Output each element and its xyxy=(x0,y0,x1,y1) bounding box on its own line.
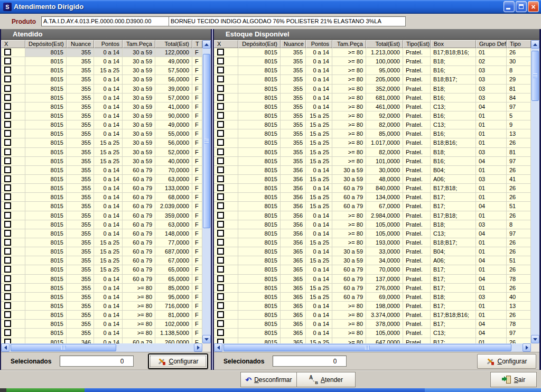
column-header[interactable]: Pontos xyxy=(306,40,332,48)
row-checkbox[interactable] xyxy=(4,230,11,237)
atender-button[interactable]: AB Atender xyxy=(296,372,356,387)
row-checkbox[interactable] xyxy=(4,212,11,219)
table-row[interactable]: 80153550 a 1460 a 7968,0000F xyxy=(1,193,202,202)
table-row[interactable]: 80153650 a 1460 a 79137,0000Pratel.B17;0… xyxy=(214,275,531,284)
row-checkbox[interactable] xyxy=(217,58,224,64)
row-checkbox[interactable] xyxy=(4,103,11,110)
row-checkbox[interactable] xyxy=(4,148,11,155)
atendido-vertical-scrollbar[interactable] xyxy=(202,40,211,343)
table-row[interactable]: 801535515 a 2560 a 7967,0000F xyxy=(1,256,202,265)
row-checkbox[interactable] xyxy=(4,266,11,273)
row-checkbox[interactable] xyxy=(217,329,224,336)
row-checkbox[interactable] xyxy=(4,58,11,64)
column-header[interactable]: Tipo xyxy=(507,40,531,48)
table-row[interactable]: 80153650 a 14>= 803.374,0000Pratel.B17;B… xyxy=(214,311,531,320)
table-row[interactable]: 80153550 a 1460 a 79148,0000F xyxy=(1,229,202,238)
row-checkbox[interactable] xyxy=(4,311,11,318)
table-row[interactable]: 801535615 a 2560 a 7967,0000Pratel.B17;0… xyxy=(214,202,531,211)
table-row[interactable]: 80153550 a 14>= 801.138,5000F xyxy=(1,329,202,338)
row-checkbox[interactable] xyxy=(4,139,11,146)
row-checkbox[interactable] xyxy=(217,311,224,318)
row-checkbox[interactable] xyxy=(217,112,224,119)
table-row[interactable]: 80153550 a 1430 a 59122,0000F xyxy=(1,48,202,57)
estoque-horizontal-scrollbar[interactable] xyxy=(214,343,531,352)
row-checkbox[interactable] xyxy=(4,157,11,164)
table-row[interactable]: 801535515 a 2560 a 7965,0000F xyxy=(1,265,202,274)
row-checkbox[interactable] xyxy=(217,49,224,55)
table-row[interactable]: 801535515 a 25>= 8085,0000Pratel.B16;011… xyxy=(214,129,531,138)
table-row[interactable]: 80153650 a 1460 a 7970,0000Pratel.B17;01… xyxy=(214,265,531,274)
column-header[interactable]: Tipo(Est) xyxy=(403,40,431,48)
row-checkbox[interactable] xyxy=(217,103,224,110)
row-checkbox[interactable] xyxy=(4,85,11,92)
table-row[interactable]: 801535515 a 2530 a 5957,5000F xyxy=(1,66,202,75)
table-row[interactable]: 80153550 a 14>= 8095,0000F xyxy=(1,293,202,302)
row-checkbox[interactable] xyxy=(217,302,224,309)
row-checkbox[interactable] xyxy=(217,67,224,73)
column-header[interactable]: Nuance xyxy=(67,40,94,48)
scrollbar-thumb[interactable] xyxy=(223,344,511,351)
table-row[interactable]: 80153550 a 14>= 80205,0000Pratel.B18;B17… xyxy=(214,75,531,84)
table-row[interactable]: 80153550 a 1430 a 5941,0000F xyxy=(1,102,202,111)
table-row[interactable]: 80153550 a 14>= 8085,0000F xyxy=(1,284,202,293)
table-row[interactable]: 801535615 a 2560 a 79134,0000Pratel.B17;… xyxy=(214,193,531,202)
row-checkbox[interactable] xyxy=(4,184,11,191)
scroll-down-button[interactable] xyxy=(531,335,539,343)
table-row[interactable]: 80153650 a 14>= 80198,0000Pratel.B17;011… xyxy=(214,302,531,311)
scroll-down-button[interactable] xyxy=(202,335,211,343)
row-checkbox[interactable] xyxy=(217,130,224,137)
table-row[interactable]: 801536515 a 2560 a 79276,0000Pratel.B17;… xyxy=(214,284,531,293)
table-row[interactable]: 80153550 a 14>= 8095,0000Pratel.B16;038 xyxy=(214,66,531,75)
row-checkbox[interactable] xyxy=(4,284,11,291)
table-row[interactable]: 801535515 a 2530 a 5956,0000F xyxy=(1,138,202,147)
table-row[interactable]: 80153560 a 14>= 80105,0000Pratel.C13;049… xyxy=(214,229,531,238)
column-header[interactable]: Tam.Peça xyxy=(123,40,155,48)
row-checkbox[interactable] xyxy=(217,284,224,291)
table-row[interactable]: 801535515 a 2530 a 5940,0000F xyxy=(1,157,202,166)
table-row[interactable]: 80153550 a 1460 a 792.039,0000F xyxy=(1,202,202,211)
row-checkbox[interactable] xyxy=(217,175,224,182)
atendido-configurar-button[interactable]: Configurar xyxy=(148,354,208,369)
row-checkbox[interactable] xyxy=(4,94,11,101)
row-checkbox[interactable] xyxy=(4,275,11,282)
row-checkbox[interactable] xyxy=(4,112,11,119)
close-button[interactable]: × xyxy=(528,1,539,12)
table-row[interactable]: 80153550 a 14>= 80100,0000Pratel.B18;023… xyxy=(214,57,531,66)
row-checkbox[interactable] xyxy=(4,293,11,300)
table-row[interactable]: 80153550 a 1460 a 7970,0000F xyxy=(1,166,202,175)
row-checkbox[interactable] xyxy=(4,302,11,309)
row-checkbox[interactable] xyxy=(217,139,224,146)
table-row[interactable]: 80153550 a 1430 a 5955,0000F xyxy=(1,129,202,138)
column-header[interactable]: Box xyxy=(431,40,476,48)
row-checkbox[interactable] xyxy=(217,257,224,264)
row-checkbox[interactable] xyxy=(4,239,11,246)
row-checkbox[interactable] xyxy=(217,339,224,344)
table-row[interactable]: 80153550 a 1430 a 5990,0000F xyxy=(1,111,202,120)
row-checkbox[interactable] xyxy=(217,239,224,246)
table-row[interactable]: 80153650 a 14>= 80378,0000Pratel.B17;047… xyxy=(214,320,531,329)
row-checkbox[interactable] xyxy=(217,85,224,92)
scroll-up-button[interactable] xyxy=(531,40,539,49)
table-row[interactable]: 80153550 a 1430 a 5957,0000F xyxy=(1,94,202,102)
row-checkbox[interactable] xyxy=(4,202,11,209)
table-row[interactable]: 80153560 a 14>= 802.984,0000Pratel.B17;B… xyxy=(214,211,531,220)
table-row[interactable]: 80153550 a 1430 a 5939,0000F xyxy=(1,85,202,94)
row-checkbox[interactable] xyxy=(4,76,11,82)
row-checkbox[interactable] xyxy=(4,166,11,173)
row-checkbox[interactable] xyxy=(217,212,224,219)
row-checkbox[interactable] xyxy=(217,76,224,82)
table-row[interactable]: 801535515 a 25>= 8082,0000Pratel.C13;019 xyxy=(214,120,531,129)
scrollbar-thumb[interactable] xyxy=(203,54,210,228)
desconfirmar-button[interactable]: ↶ Desconfirmar xyxy=(240,372,297,387)
scroll-left-button[interactable] xyxy=(1,343,10,352)
row-checkbox[interactable] xyxy=(4,193,11,200)
table-row[interactable]: 801536515 a 25>= 80647,0000Pratel.B17;01… xyxy=(214,338,531,344)
table-row[interactable]: 80153550 a 14>= 80461,0000Pratel.C13;049… xyxy=(214,102,531,111)
table-row[interactable]: 801535515 a 25>= 8082,0000Pratel.B18;038… xyxy=(214,148,531,157)
table-row[interactable]: 80153550 a 1460 a 7965,0000F xyxy=(1,275,202,284)
table-row[interactable]: 801536515 a 2560 a 7969,0000Pratel.B18;0… xyxy=(214,293,531,302)
table-row[interactable]: 80153460 a 1460 a 79260,0000F xyxy=(1,338,202,344)
estoque-selecionados-input[interactable] xyxy=(273,356,347,367)
table-row[interactable]: 80153550 a 14>= 80681,0000Pratel.B16;038… xyxy=(214,94,531,102)
table-row[interactable]: 80153550 a 14>= 80716,0000F xyxy=(1,302,202,311)
